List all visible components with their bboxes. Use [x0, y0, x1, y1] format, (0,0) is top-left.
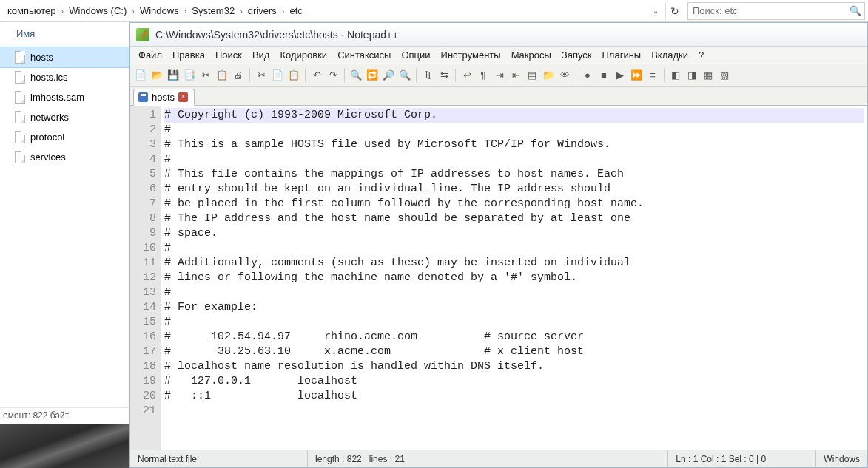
- open-file-icon[interactable]: 📂: [149, 68, 164, 83]
- wrap-icon[interactable]: ↩: [460, 68, 474, 83]
- paste-doc-icon[interactable]: 📋: [215, 68, 229, 83]
- code-line[interactable]: #: [164, 315, 864, 330]
- search-box[interactable]: 🔍: [687, 2, 865, 20]
- file-name: hosts: [30, 52, 53, 63]
- file-item[interactable]: networks: [0, 107, 129, 127]
- ext1-icon[interactable]: ◧: [668, 68, 683, 83]
- menu-item[interactable]: Файл: [133, 47, 167, 63]
- file-name: services: [30, 152, 66, 163]
- file-item[interactable]: hosts: [0, 47, 129, 67]
- save-icon[interactable]: 💾: [166, 68, 181, 83]
- file-name: hosts.ics: [30, 72, 68, 83]
- find-icon[interactable]: 🔍: [349, 68, 363, 83]
- fast-icon[interactable]: ⏩: [629, 68, 644, 83]
- code-line[interactable]: # lines or following the machine name de…: [164, 271, 864, 285]
- rec-icon[interactable]: ●: [580, 68, 595, 83]
- code-line[interactable]: # 127.0.0.1 localhost: [164, 374, 864, 389]
- search-icon[interactable]: 🔍: [847, 5, 864, 16]
- code-line[interactable]: # 38.25.63.10 x.acme.com # x client host: [164, 345, 864, 359]
- menu-item[interactable]: Вкладки: [646, 47, 693, 63]
- show-all-icon[interactable]: ¶: [476, 68, 491, 83]
- menu-item[interactable]: Опции: [396, 47, 435, 63]
- breadcrumb-segment[interactable]: компьютер: [6, 4, 58, 18]
- sync-h-icon[interactable]: ⇆: [437, 68, 451, 83]
- doc-map-icon[interactable]: ▤: [525, 68, 539, 83]
- breadcrumb-segment[interactable]: System32: [190, 4, 236, 18]
- code-line[interactable]: # This file contains the mappings of IP …: [164, 167, 864, 182]
- menu-item[interactable]: Инструменты: [436, 47, 506, 63]
- ext4-icon[interactable]: ▧: [717, 68, 732, 83]
- code-line[interactable]: [164, 404, 864, 418]
- paste-icon[interactable]: 📋: [286, 68, 301, 83]
- code-line[interactable]: # ::1 localhost: [164, 389, 864, 404]
- document-tab-label: hosts: [152, 92, 175, 103]
- code-line[interactable]: # Additionally, comments (such as these)…: [164, 256, 864, 271]
- file-icon: [15, 131, 25, 143]
- new-file-icon[interactable]: 📄: [133, 68, 148, 83]
- code-line[interactable]: # For example:: [164, 300, 864, 315]
- code-line[interactable]: # space.: [164, 226, 864, 241]
- stop-icon[interactable]: ■: [596, 68, 611, 83]
- print-icon[interactable]: 🖨: [231, 68, 246, 83]
- breadcrumb-segment[interactable]: etc: [289, 4, 304, 18]
- toolbar-separator: [305, 69, 306, 82]
- cut-doc-icon[interactable]: ✂: [198, 68, 213, 83]
- code-line[interactable]: # entry should be kept on an individual …: [164, 182, 864, 197]
- code-line[interactable]: # 102.54.94.97 rhino.acme.com # source s…: [164, 330, 864, 345]
- breadcrumb[interactable]: компьютер›Windows (C:)›Windows›System32›…: [3, 4, 649, 18]
- menu-item[interactable]: Вид: [247, 47, 275, 63]
- breadcrumb-segment[interactable]: Windows (C:): [67, 4, 128, 18]
- replace-icon[interactable]: 🔁: [365, 68, 380, 83]
- titlebar: C:\Windows\System32\drivers\etc\hosts - …: [130, 23, 867, 47]
- code-line[interactable]: # Copyright (c) 1993-2009 Microsoft Corp…: [164, 108, 864, 123]
- code-line[interactable]: #: [164, 152, 864, 167]
- file-item[interactable]: lmhosts.sam: [0, 87, 129, 107]
- code-line[interactable]: #: [164, 241, 864, 256]
- copy-icon[interactable]: 📑: [182, 68, 197, 83]
- code-line[interactable]: # This is a sample HOSTS file used by Mi…: [164, 138, 864, 152]
- code-line[interactable]: #: [164, 123, 864, 138]
- ext3-icon[interactable]: ▦: [701, 68, 716, 83]
- menu-item[interactable]: Синтаксисы: [332, 47, 396, 63]
- menu-item[interactable]: Поиск: [210, 47, 247, 63]
- folder-icon[interactable]: 📁: [541, 68, 556, 83]
- file-item[interactable]: services: [0, 147, 129, 167]
- code-line[interactable]: #: [164, 285, 864, 300]
- file-item[interactable]: hosts.ics: [0, 67, 129, 87]
- file-item[interactable]: protocol: [0, 127, 129, 147]
- copy2-icon[interactable]: 📄: [270, 68, 285, 83]
- sync-v-icon[interactable]: ⇅: [420, 68, 435, 83]
- menu-item[interactable]: ?: [693, 47, 709, 63]
- ext2-icon[interactable]: ◨: [684, 68, 699, 83]
- breadcrumb-segment[interactable]: Windows: [138, 4, 181, 18]
- editor-area[interactable]: 123456789101112131415161718192021 # Copy…: [130, 106, 867, 450]
- cut-icon[interactable]: ✂: [254, 68, 269, 83]
- code-line[interactable]: # localhost name resolution is handled w…: [164, 359, 864, 374]
- indent-icon[interactable]: ⇥: [492, 68, 507, 83]
- search-input[interactable]: [688, 4, 847, 18]
- refresh-icon[interactable]: ↻: [665, 2, 683, 20]
- status-encoding: Windows: [816, 450, 867, 467]
- document-tab[interactable]: hosts ×: [133, 89, 195, 106]
- play-icon[interactable]: ▶: [613, 68, 628, 83]
- outdent-icon[interactable]: ⇤: [508, 68, 523, 83]
- close-tab-icon[interactable]: ×: [178, 92, 188, 102]
- column-header-name[interactable]: Имя: [0, 22, 129, 44]
- menu-item[interactable]: Макросы: [506, 47, 556, 63]
- file-icon: [15, 51, 25, 64]
- menu-item[interactable]: Запуск: [556, 47, 597, 63]
- menu-item[interactable]: Плагины: [597, 47, 647, 63]
- menu-item[interactable]: Кодировки: [275, 47, 332, 63]
- zoom-out-icon[interactable]: 🔍: [397, 68, 412, 83]
- undo-icon[interactable]: ↶: [309, 68, 324, 83]
- eye-icon[interactable]: 👁: [557, 68, 572, 83]
- code-line[interactable]: # The IP address and the host name shoul…: [164, 211, 864, 226]
- code-line[interactable]: # be placed in the first column followed…: [164, 197, 864, 211]
- breadcrumb-segment[interactable]: drivers: [246, 4, 278, 18]
- code-content[interactable]: # Copyright (c) 1993-2009 Microsoft Corp…: [161, 106, 867, 450]
- redo-icon[interactable]: ↷: [326, 68, 340, 83]
- play-list-icon[interactable]: ≡: [645, 68, 660, 83]
- address-dropdown-icon[interactable]: ⌄: [649, 7, 662, 15]
- zoom-in-icon[interactable]: 🔎: [381, 68, 396, 83]
- menu-item[interactable]: Правка: [167, 47, 210, 63]
